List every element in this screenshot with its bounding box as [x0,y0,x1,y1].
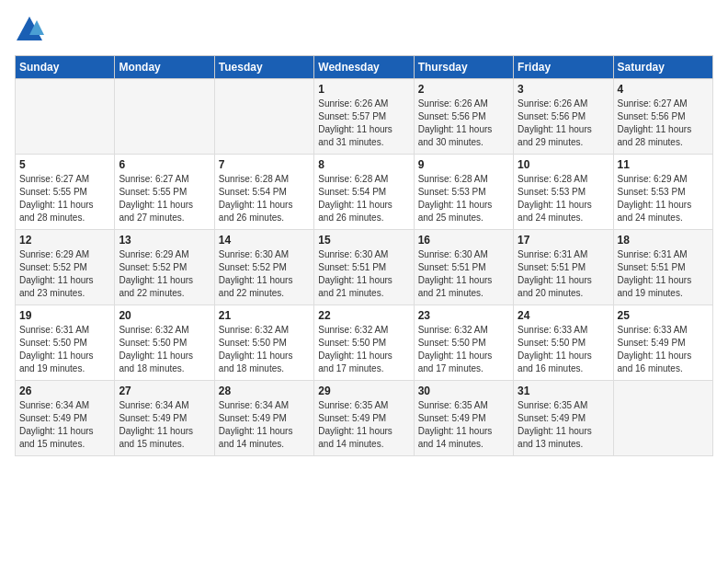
calendar-cell: 30Sunrise: 6:35 AM Sunset: 5:49 PM Dayli… [414,381,513,456]
day-info: Sunrise: 6:28 AM Sunset: 5:54 PM Dayligh… [219,173,310,224]
calendar-cell: 3Sunrise: 6:26 AM Sunset: 5:56 PM Daylig… [514,79,613,155]
day-number: 30 [418,385,509,397]
day-number: 5 [19,158,110,171]
calendar-cell: 23Sunrise: 6:32 AM Sunset: 5:50 PM Dayli… [414,305,513,381]
calendar-cell: 21Sunrise: 6:32 AM Sunset: 5:50 PM Dayli… [214,305,313,381]
day-info: Sunrise: 6:26 AM Sunset: 5:56 PM Dayligh… [518,98,609,149]
day-number: 26 [19,385,110,397]
calendar-cell: 7Sunrise: 6:28 AM Sunset: 5:54 PM Daylig… [214,155,313,230]
calendar-cell: 29Sunrise: 6:35 AM Sunset: 5:49 PM Dayli… [314,381,414,456]
calendar-body: 1Sunrise: 6:26 AM Sunset: 5:57 PM Daylig… [16,79,713,456]
calendar-cell: 11Sunrise: 6:29 AM Sunset: 5:53 PM Dayli… [613,155,712,230]
calendar-cell: 26Sunrise: 6:34 AM Sunset: 5:49 PM Dayli… [16,381,115,456]
calendar-cell [613,381,712,456]
calendar-cell: 17Sunrise: 6:31 AM Sunset: 5:51 PM Dayli… [514,230,613,305]
day-info: Sunrise: 6:35 AM Sunset: 5:49 PM Dayligh… [318,399,409,451]
day-info: Sunrise: 6:31 AM Sunset: 5:51 PM Dayligh… [618,248,709,300]
logo-icon [15,15,44,44]
day-info: Sunrise: 6:32 AM Sunset: 5:50 PM Dayligh… [219,324,310,375]
day-number: 28 [219,385,310,397]
page-header [15,15,713,44]
day-info: Sunrise: 6:28 AM Sunset: 5:54 PM Dayligh… [318,173,409,224]
day-info: Sunrise: 6:29 AM Sunset: 5:52 PM Dayligh… [19,248,110,300]
calendar-cell [115,79,214,155]
weekday-header-wednesday: Wednesday [314,56,414,79]
calendar-cell: 20Sunrise: 6:32 AM Sunset: 5:50 PM Dayli… [115,305,214,381]
calendar-cell: 15Sunrise: 6:30 AM Sunset: 5:51 PM Dayli… [314,230,414,305]
calendar-cell: 5Sunrise: 6:27 AM Sunset: 5:55 PM Daylig… [16,155,115,230]
day-info: Sunrise: 6:32 AM Sunset: 5:50 PM Dayligh… [119,324,210,375]
day-number: 13 [119,234,210,247]
day-info: Sunrise: 6:34 AM Sunset: 5:49 PM Dayligh… [219,399,310,451]
day-number: 1 [318,83,409,96]
day-number: 21 [219,309,310,322]
day-info: Sunrise: 6:34 AM Sunset: 5:49 PM Dayligh… [119,399,210,451]
day-number: 29 [318,385,409,397]
day-info: Sunrise: 6:32 AM Sunset: 5:50 PM Dayligh… [418,324,509,375]
day-number: 27 [119,385,210,397]
weekday-header-tuesday: Tuesday [214,56,313,79]
day-info: Sunrise: 6:31 AM Sunset: 5:51 PM Dayligh… [518,248,609,300]
day-info: Sunrise: 6:30 AM Sunset: 5:52 PM Dayligh… [219,248,310,300]
calendar-cell: 28Sunrise: 6:34 AM Sunset: 5:49 PM Dayli… [214,381,313,456]
day-number: 22 [318,309,409,322]
calendar-cell: 6Sunrise: 6:27 AM Sunset: 5:55 PM Daylig… [115,155,214,230]
calendar-cell: 4Sunrise: 6:27 AM Sunset: 5:56 PM Daylig… [613,79,712,155]
day-info: Sunrise: 6:33 AM Sunset: 5:50 PM Dayligh… [518,324,609,375]
calendar-cell: 19Sunrise: 6:31 AM Sunset: 5:50 PM Dayli… [16,305,115,381]
calendar-cell: 25Sunrise: 6:33 AM Sunset: 5:49 PM Dayli… [613,305,712,381]
weekday-header-sunday: Sunday [16,56,115,79]
day-info: Sunrise: 6:34 AM Sunset: 5:49 PM Dayligh… [19,399,110,451]
day-number: 17 [518,234,609,247]
calendar-cell: 24Sunrise: 6:33 AM Sunset: 5:50 PM Dayli… [514,305,613,381]
weekday-header-thursday: Thursday [414,56,513,79]
calendar-cell [214,79,313,155]
weekday-header-monday: Monday [115,56,214,79]
calendar-cell: 14Sunrise: 6:30 AM Sunset: 5:52 PM Dayli… [214,230,313,305]
calendar-cell [16,79,115,155]
calendar-cell: 8Sunrise: 6:28 AM Sunset: 5:54 PM Daylig… [314,155,414,230]
day-info: Sunrise: 6:30 AM Sunset: 5:51 PM Dayligh… [418,248,509,300]
calendar-week-3: 12Sunrise: 6:29 AM Sunset: 5:52 PM Dayli… [16,230,713,305]
day-number: 15 [318,234,409,247]
day-info: Sunrise: 6:29 AM Sunset: 5:53 PM Dayligh… [618,173,709,224]
day-info: Sunrise: 6:27 AM Sunset: 5:55 PM Dayligh… [119,173,210,224]
day-number: 7 [219,158,310,171]
day-number: 18 [618,234,709,247]
day-number: 10 [518,158,609,171]
calendar-cell: 16Sunrise: 6:30 AM Sunset: 5:51 PM Dayli… [414,230,513,305]
day-info: Sunrise: 6:30 AM Sunset: 5:51 PM Dayligh… [318,248,409,300]
calendar-cell: 1Sunrise: 6:26 AM Sunset: 5:57 PM Daylig… [314,79,414,155]
day-number: 11 [618,158,709,171]
day-number: 23 [418,309,509,322]
day-number: 6 [119,158,210,171]
calendar-cell: 27Sunrise: 6:34 AM Sunset: 5:49 PM Dayli… [115,381,214,456]
day-number: 14 [219,234,310,247]
calendar-cell: 9Sunrise: 6:28 AM Sunset: 5:53 PM Daylig… [414,155,513,230]
calendar-header: SundayMondayTuesdayWednesdayThursdayFrid… [16,56,713,79]
day-info: Sunrise: 6:26 AM Sunset: 5:57 PM Dayligh… [318,98,409,149]
day-info: Sunrise: 6:27 AM Sunset: 5:55 PM Dayligh… [19,173,110,224]
calendar-cell: 2Sunrise: 6:26 AM Sunset: 5:56 PM Daylig… [414,79,513,155]
day-number: 8 [318,158,409,171]
calendar-week-4: 19Sunrise: 6:31 AM Sunset: 5:50 PM Dayli… [16,305,713,381]
weekday-header-saturday: Saturday [613,56,712,79]
calendar-cell: 13Sunrise: 6:29 AM Sunset: 5:52 PM Dayli… [115,230,214,305]
calendar-cell: 22Sunrise: 6:32 AM Sunset: 5:50 PM Dayli… [314,305,414,381]
day-number: 2 [418,83,509,96]
day-number: 19 [19,309,110,322]
day-number: 12 [19,234,110,247]
day-number: 3 [518,83,609,96]
day-number: 31 [518,385,609,397]
day-info: Sunrise: 6:32 AM Sunset: 5:50 PM Dayligh… [318,324,409,375]
calendar-week-2: 5Sunrise: 6:27 AM Sunset: 5:55 PM Daylig… [16,155,713,230]
logo [15,15,44,44]
day-number: 4 [618,83,709,96]
calendar-cell: 18Sunrise: 6:31 AM Sunset: 5:51 PM Dayli… [613,230,712,305]
day-number: 25 [618,309,709,322]
calendar-cell: 31Sunrise: 6:35 AM Sunset: 5:49 PM Dayli… [514,381,613,456]
day-number: 16 [418,234,509,247]
day-info: Sunrise: 6:35 AM Sunset: 5:49 PM Dayligh… [418,399,509,451]
day-number: 20 [119,309,210,322]
day-info: Sunrise: 6:28 AM Sunset: 5:53 PM Dayligh… [518,173,609,224]
